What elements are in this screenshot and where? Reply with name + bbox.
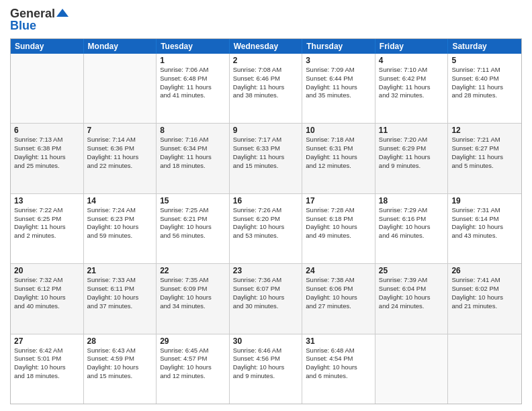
cell-info-line: Sunset: 4:59 PM <box>87 355 153 363</box>
cell-info-line: Sunrise: 7:17 AM <box>233 136 299 144</box>
cell-info-line: Sunrise: 6:46 AM <box>233 347 299 355</box>
cell-info-line: Sunset: 4:54 PM <box>306 355 371 363</box>
cell-info-line: Sunrise: 7:06 AM <box>160 66 226 75</box>
day-number: 27 <box>14 336 80 346</box>
calendar-cell-26: 26Sunrise: 7:41 AMSunset: 6:02 PMDayligh… <box>448 264 521 333</box>
cell-info-line: Daylight: 11 hours <box>160 153 226 162</box>
cell-info-line: Sunset: 6:18 PM <box>306 215 371 224</box>
page: General Blue SundayMondayTuesdayWednesda… <box>0 0 532 411</box>
cell-info-line: and 56 minutes. <box>160 232 226 240</box>
calendar-cell-31: 31Sunrise: 6:48 AMSunset: 4:54 PMDayligh… <box>302 334 375 404</box>
cell-info-line: Sunrise: 7:10 AM <box>379 66 445 75</box>
cell-info-line: Sunrise: 7:21 AM <box>451 136 518 144</box>
calendar-cell-16: 16Sunrise: 7:26 AMSunset: 6:20 PMDayligh… <box>230 194 303 263</box>
cell-info-line: Sunset: 6:09 PM <box>160 285 226 293</box>
day-number: 10 <box>306 126 371 135</box>
calendar-row-4: 27Sunrise: 6:42 AMSunset: 5:01 PMDayligh… <box>11 334 521 404</box>
cell-info-line: Daylight: 10 hours <box>233 363 299 372</box>
cell-info-line: Daylight: 10 hours <box>87 363 153 372</box>
day-number: 25 <box>379 266 445 275</box>
cell-info-line: Sunrise: 7:26 AM <box>233 206 299 215</box>
cell-info-line: and 35 minutes. <box>306 91 371 100</box>
calendar-cell-13: 13Sunrise: 7:22 AMSunset: 6:25 PMDayligh… <box>11 194 84 263</box>
cell-info-line: Sunrise: 7:16 AM <box>160 136 226 144</box>
day-header-thursday: Thursday <box>302 39 375 54</box>
day-number: 5 <box>451 56 518 65</box>
day-number: 26 <box>451 266 518 275</box>
logo-icon <box>56 7 69 19</box>
calendar-cell-2: 2Sunrise: 7:08 AMSunset: 6:46 PMDaylight… <box>230 54 303 123</box>
cell-info-line: and 32 minutes. <box>379 91 445 100</box>
calendar-cell-10: 10Sunrise: 7:18 AMSunset: 6:31 PMDayligh… <box>302 124 375 193</box>
cell-info-line: Daylight: 10 hours <box>87 223 153 232</box>
cell-info-line: and 37 minutes. <box>87 302 153 311</box>
cell-info-line: and 34 minutes. <box>160 302 226 311</box>
day-number: 17 <box>306 196 371 205</box>
cell-info-line: and 53 minutes. <box>233 232 299 240</box>
day-number: 1 <box>160 56 226 65</box>
calendar-cell-6: 6Sunrise: 7:13 AMSunset: 6:38 PMDaylight… <box>11 124 84 193</box>
day-number: 8 <box>160 126 226 135</box>
cell-info-line: Sunset: 6:40 PM <box>451 75 518 83</box>
calendar-row-1: 6Sunrise: 7:13 AMSunset: 6:38 PMDaylight… <box>11 123 521 193</box>
cell-info-line: Daylight: 10 hours <box>87 293 153 302</box>
cell-info-line: Sunset: 6:31 PM <box>306 144 371 153</box>
cell-info-line: and 21 minutes. <box>451 302 518 311</box>
cell-info-line: Sunrise: 7:14 AM <box>87 136 153 144</box>
cell-info-line: and 28 minutes. <box>451 91 518 100</box>
cell-info-line: and 38 minutes. <box>233 91 299 100</box>
calendar-cell-23: 23Sunrise: 7:36 AMSunset: 6:07 PMDayligh… <box>230 264 303 333</box>
cell-info-line: Daylight: 11 hours <box>379 83 445 92</box>
cell-info-line: Daylight: 10 hours <box>379 293 445 302</box>
cell-info-line: Sunrise: 7:31 AM <box>451 206 518 215</box>
cell-info-line: and 9 minutes. <box>233 372 299 381</box>
cell-info-line: Sunset: 6:25 PM <box>14 215 80 224</box>
cell-info-line: Daylight: 10 hours <box>306 363 371 372</box>
cell-info-line: Sunset: 6:38 PM <box>14 144 80 153</box>
cell-info-line: and 9 minutes. <box>379 162 445 171</box>
calendar-cell-empty-0-1 <box>84 54 157 123</box>
cell-info-line: Sunrise: 7:08 AM <box>233 66 299 75</box>
cell-info-line: Sunrise: 7:18 AM <box>306 136 371 144</box>
calendar-cell-empty-4-5 <box>375 334 449 404</box>
day-number: 14 <box>87 196 153 205</box>
cell-info-line: Daylight: 11 hours <box>306 153 371 162</box>
calendar-cell-20: 20Sunrise: 7:32 AMSunset: 6:12 PMDayligh… <box>11 264 84 333</box>
cell-info-line: Sunset: 6:14 PM <box>451 215 518 224</box>
day-number: 7 <box>87 126 153 135</box>
calendar-cell-4: 4Sunrise: 7:10 AMSunset: 6:42 PMDaylight… <box>375 54 449 123</box>
cell-info-line: Sunrise: 6:48 AM <box>306 347 371 355</box>
cell-info-line: Daylight: 10 hours <box>306 223 371 232</box>
cell-info-line: and 15 minutes. <box>233 162 299 171</box>
calendar-cell-empty-0-0 <box>11 54 84 123</box>
svg-marker-0 <box>56 9 69 17</box>
cell-info-line: Sunrise: 7:13 AM <box>14 136 80 144</box>
day-number: 13 <box>14 196 80 205</box>
cell-info-line: Sunrise: 7:24 AM <box>87 206 153 215</box>
cell-info-line: Sunrise: 7:35 AM <box>160 276 226 285</box>
cell-info-line: and 40 minutes. <box>14 302 80 311</box>
cell-info-line: Daylight: 10 hours <box>160 363 226 372</box>
calendar-cell-28: 28Sunrise: 6:43 AMSunset: 4:59 PMDayligh… <box>84 334 157 404</box>
calendar-cell-18: 18Sunrise: 7:29 AMSunset: 6:16 PMDayligh… <box>375 194 449 263</box>
day-number: 4 <box>379 56 445 65</box>
header: General Blue <box>10 7 522 33</box>
cell-info-line: Daylight: 11 hours <box>233 83 299 92</box>
day-number: 12 <box>451 126 518 135</box>
calendar-cell-8: 8Sunrise: 7:16 AMSunset: 6:34 PMDaylight… <box>157 124 230 193</box>
cell-info-line: and 6 minutes. <box>306 372 371 381</box>
cell-info-line: and 24 minutes. <box>379 302 445 311</box>
cell-info-line: Sunrise: 7:28 AM <box>306 206 371 215</box>
cell-info-line: Sunrise: 7:29 AM <box>379 206 445 215</box>
cell-info-line: and 49 minutes. <box>306 232 371 240</box>
calendar-cell-12: 12Sunrise: 7:21 AMSunset: 6:27 PMDayligh… <box>448 124 521 193</box>
day-header-wednesday: Wednesday <box>230 39 303 54</box>
calendar-cell-25: 25Sunrise: 7:39 AMSunset: 6:04 PMDayligh… <box>375 264 449 333</box>
cell-info-line: and 59 minutes. <box>87 232 153 240</box>
cell-info-line: and 2 minutes. <box>14 232 80 240</box>
cell-info-line: and 18 minutes. <box>14 372 80 381</box>
cell-info-line: and 46 minutes. <box>379 232 445 240</box>
day-header-sunday: Sunday <box>11 39 84 54</box>
cell-info-line: and 12 minutes. <box>160 372 226 381</box>
cell-info-line: Daylight: 11 hours <box>14 153 80 162</box>
